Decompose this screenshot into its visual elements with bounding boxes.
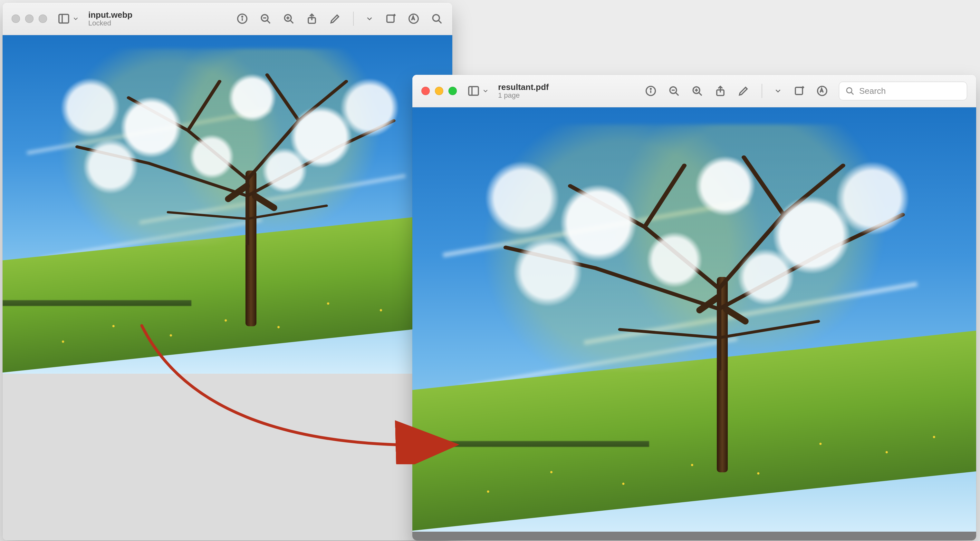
zoom-button[interactable] (449, 87, 457, 95)
document-image (3, 35, 452, 373)
rotate-icon[interactable] (384, 12, 397, 25)
search-icon[interactable] (430, 12, 443, 25)
svg-line-9 (291, 21, 293, 24)
search-icon (845, 86, 855, 96)
info-icon[interactable] (236, 12, 249, 25)
svg-line-6 (267, 21, 270, 24)
svg-line-23 (676, 93, 679, 96)
share-icon[interactable] (714, 85, 727, 97)
svg-line-33 (851, 92, 853, 94)
svg-point-15 (433, 14, 439, 21)
toolbar-separator (353, 11, 354, 26)
zoom-in-icon[interactable] (691, 85, 703, 97)
highlight-icon[interactable] (407, 12, 420, 25)
chevron-down-icon[interactable] (365, 12, 374, 25)
toolbar-icons: Search (644, 81, 967, 100)
toolbar-separator (762, 84, 762, 98)
window-controls (422, 87, 457, 95)
search-field[interactable]: Search (839, 81, 967, 100)
minimize-button[interactable] (435, 87, 443, 95)
svg-point-32 (846, 88, 852, 93)
content-area[interactable] (412, 107, 976, 540)
toolbar-icons (236, 11, 443, 26)
window-title-block: resultant.pdf 1 page (498, 83, 553, 100)
rotate-icon[interactable] (792, 85, 805, 97)
titlebar: input.webp Locked (3, 3, 452, 35)
zoom-out-icon[interactable] (259, 12, 272, 25)
content-area[interactable] (3, 35, 452, 540)
window-title-block: input.webp Locked (88, 10, 143, 27)
close-button[interactable] (11, 14, 20, 23)
file-subtitle: Locked (88, 19, 143, 27)
preview-window-input: input.webp Locked (3, 3, 452, 540)
svg-rect-30 (795, 87, 802, 94)
svg-point-4 (242, 16, 243, 17)
svg-rect-0 (59, 14, 68, 23)
svg-line-16 (439, 21, 442, 24)
search-placeholder: Search (859, 86, 886, 96)
document-image (412, 107, 976, 531)
file-name: input.webp (88, 10, 143, 20)
sidebar-toggle[interactable] (467, 85, 489, 97)
svg-line-26 (699, 93, 702, 96)
minimize-button[interactable] (25, 14, 33, 23)
sidebar-toggle[interactable] (57, 12, 79, 25)
file-subtitle: 1 page (498, 92, 553, 99)
svg-rect-13 (387, 15, 394, 22)
highlight-icon[interactable] (816, 85, 829, 97)
zoom-button[interactable] (39, 14, 47, 23)
zoom-in-icon[interactable] (282, 12, 295, 25)
svg-point-21 (651, 88, 651, 89)
preview-window-resultant: resultant.pdf 1 page Search (412, 75, 976, 540)
file-name: resultant.pdf (498, 83, 553, 92)
titlebar: resultant.pdf 1 page Search (412, 75, 976, 107)
chevron-down-icon[interactable] (774, 85, 782, 97)
close-button[interactable] (422, 87, 430, 95)
svg-rect-17 (469, 87, 479, 96)
window-controls (11, 14, 47, 23)
markup-icon[interactable] (737, 85, 750, 97)
zoom-out-icon[interactable] (668, 85, 680, 97)
markup-icon[interactable] (329, 12, 342, 25)
info-icon[interactable] (644, 85, 657, 97)
share-icon[interactable] (305, 12, 318, 25)
